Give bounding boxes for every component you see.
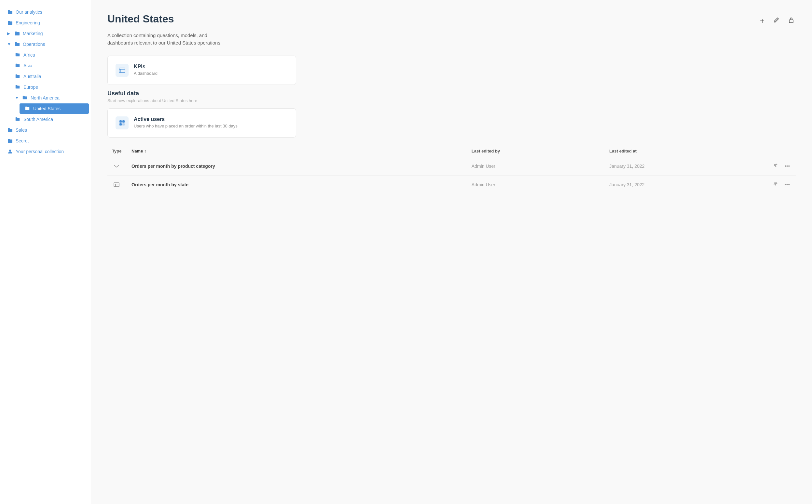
folder-icon (25, 106, 31, 112)
col-type: Type (107, 145, 127, 157)
sidebar-item-label: South America (23, 117, 53, 122)
row-actions-cell: ••• (767, 176, 796, 194)
folder-icon (7, 9, 13, 15)
model-icon (115, 116, 128, 129)
question-icon (112, 162, 121, 171)
sidebar-item-label: Secret (16, 138, 29, 143)
col-last-edited-at: Last edited at (605, 145, 767, 157)
row-last-edited-by: Admin User (467, 157, 605, 176)
sidebar-item-south-america[interactable]: South America (10, 114, 89, 125)
active-users-card[interactable]: Active users Users who have placed an or… (107, 108, 296, 138)
data-table: Type Name ↑ Last edited by Last edited a… (107, 145, 796, 194)
sidebar-item-marketing[interactable]: ▶ Marketing (2, 28, 89, 39)
col-name[interactable]: Name ↑ (127, 145, 467, 157)
pin-button[interactable] (772, 181, 779, 188)
sidebar-item-north-america[interactable]: ▼ North America (10, 93, 89, 103)
sidebar-item-label: Our analytics (16, 9, 42, 15)
sidebar-item-label: Asia (23, 63, 32, 68)
header-actions: + (759, 13, 796, 27)
folder-icon (14, 31, 20, 36)
sidebar-item-label: Africa (23, 52, 35, 58)
sidebar-item-label: Sales (16, 127, 27, 133)
kpis-card-title: KPIs (134, 64, 157, 70)
sidebar-item-label: Europe (23, 85, 38, 90)
table-row: Orders per month by state Admin User Jan… (107, 176, 796, 194)
folder-icon (7, 20, 13, 26)
table-body: Orders per month by product category Adm… (107, 157, 796, 194)
svg-point-0 (9, 150, 11, 152)
sidebar-item-australia[interactable]: Australia (10, 71, 89, 82)
edit-button[interactable] (772, 16, 781, 26)
svg-rect-9 (114, 183, 119, 187)
kpis-card-content: KPIs A dashboard (134, 64, 157, 76)
chevron-down-icon: ▼ (15, 96, 20, 100)
dashboard-icon (112, 180, 121, 189)
sidebar-item-label: Your personal collection (16, 149, 64, 154)
folder-icon (7, 138, 13, 144)
svg-rect-6 (122, 120, 125, 123)
svg-rect-2 (119, 68, 125, 73)
sidebar-item-label: North America (31, 95, 60, 100)
page-title: United States (107, 13, 174, 25)
sidebar-item-personal[interactable]: Your personal collection (2, 146, 89, 157)
more-options-button[interactable]: ••• (783, 163, 791, 170)
row-last-edited-at: January 31, 2022 (605, 157, 767, 176)
sidebar-item-label: United States (33, 106, 60, 111)
lock-button[interactable] (787, 16, 796, 26)
useful-data-section-title: Useful data (107, 90, 796, 97)
pin-button[interactable] (772, 163, 779, 170)
main-content: United States + A collection containing … (91, 0, 812, 504)
row-actions: ••• (772, 163, 791, 170)
row-type-icon (107, 157, 127, 176)
active-users-card-title: Active users (134, 116, 238, 122)
kpis-card[interactable]: KPIs A dashboard (107, 56, 296, 85)
sidebar-item-secret[interactable]: Secret (2, 136, 89, 146)
sidebar-item-united-states[interactable]: United States (20, 103, 89, 114)
row-actions-cell: ••• (767, 157, 796, 176)
dashboard-icon (115, 64, 128, 77)
row-type-icon (107, 176, 127, 194)
sidebar-item-asia[interactable]: Asia (10, 60, 89, 71)
col-last-edited-by: Last edited by (467, 145, 605, 157)
active-users-card-content: Active users Users who have placed an or… (134, 116, 238, 128)
folder-icon (15, 63, 21, 69)
folder-icon (22, 95, 28, 101)
person-icon (7, 149, 13, 154)
page-description: A collection containing questions, model… (107, 32, 796, 46)
svg-rect-7 (119, 123, 122, 126)
more-options-button[interactable]: ••• (783, 181, 791, 188)
row-name[interactable]: Orders per month by product category (127, 157, 467, 176)
folder-icon (15, 116, 21, 122)
row-actions: ••• (772, 181, 791, 188)
svg-rect-8 (122, 123, 125, 126)
row-last-edited-by: Admin User (467, 176, 605, 194)
folder-icon (15, 84, 21, 90)
row-name[interactable]: Orders per month by state (127, 176, 467, 194)
sidebar-item-label: Operations (23, 42, 45, 47)
sidebar-item-label: Marketing (23, 31, 43, 36)
sidebar-item-europe[interactable]: Europe (10, 82, 89, 92)
folder-icon (15, 73, 21, 79)
sidebar-item-sales[interactable]: Sales (2, 125, 89, 135)
kpis-card-subtitle: A dashboard (134, 71, 157, 76)
chevron-down-icon: ▼ (7, 42, 12, 46)
sidebar-item-africa[interactable]: Africa (10, 50, 89, 60)
folder-icon (14, 41, 20, 47)
table-row: Orders per month by product category Adm… (107, 157, 796, 176)
page-header: United States + (107, 13, 796, 27)
sidebar-item-engineering[interactable]: Engineering (2, 18, 89, 28)
table-header: Type Name ↑ Last edited by Last edited a… (107, 145, 796, 157)
sidebar-item-label: Australia (23, 74, 41, 79)
svg-rect-1 (789, 20, 793, 23)
sidebar-item-operations[interactable]: ▼ Operations (2, 39, 89, 49)
svg-rect-5 (119, 120, 122, 123)
add-button[interactable]: + (759, 15, 766, 27)
sidebar-item-label: Engineering (16, 20, 40, 25)
row-last-edited-at: January 31, 2022 (605, 176, 767, 194)
active-users-card-subtitle: Users who have placed an order within th… (134, 124, 238, 128)
folder-icon (15, 52, 21, 58)
sidebar-item-our-analytics[interactable]: Our analytics (2, 7, 89, 17)
col-actions (767, 145, 796, 157)
chevron-right-icon: ▶ (7, 31, 12, 36)
sidebar: Our analytics Engineering ▶ Marketing ▼ … (0, 0, 91, 504)
